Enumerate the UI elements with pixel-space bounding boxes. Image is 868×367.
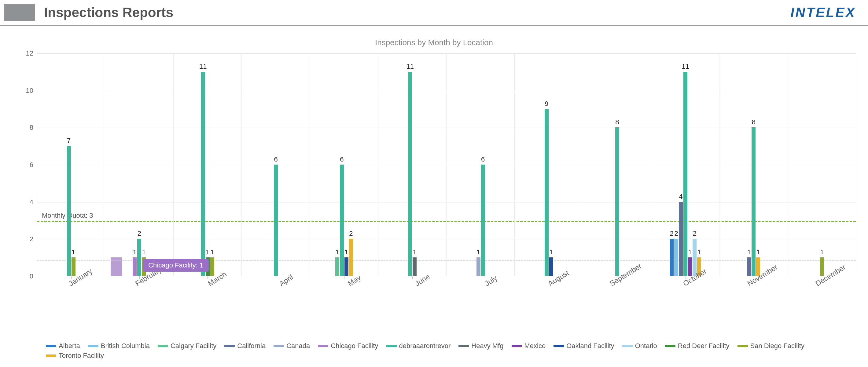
month-group: 181 (719, 54, 787, 276)
bar-value-label: 1 (747, 248, 751, 257)
bar-british-columbia[interactable]: 2 (674, 239, 678, 276)
bar-debraaarontrevor[interactable]: 8 (615, 127, 619, 276)
legend-label: Chicago Facility (331, 342, 378, 350)
bar-value-label: 8 (752, 118, 755, 127)
legend-label: Alberta (59, 342, 80, 350)
legend-item[interactable]: California (224, 342, 266, 350)
legend-swatch (459, 345, 469, 347)
legend-item[interactable]: Chicago Facility (318, 342, 378, 350)
bar-value-label: 1 (413, 248, 416, 257)
bar-value-label: 1 (756, 248, 760, 257)
y-axis-tick: 2 (30, 235, 37, 243)
bar-debraaarontrevor[interactable]: 6 (340, 165, 344, 276)
bar-california[interactable]: 4 (679, 202, 683, 276)
legend-label: Canada (286, 342, 310, 350)
legend-item[interactable]: Calgary Facility (158, 342, 216, 350)
bar-debraaarontrevor[interactable]: 9 (545, 109, 549, 276)
legend-swatch (512, 345, 522, 347)
legend-label: Oakland Facility (566, 342, 614, 350)
chart-tooltip: Chicago Facility: 1 (143, 259, 209, 272)
y-axis-tick: 0 (30, 272, 37, 280)
legend-label: debraaarontrevor (399, 342, 451, 350)
legend-swatch (224, 345, 235, 347)
month-group: 8 (583, 54, 651, 276)
bar-value-label: 2 (349, 230, 353, 239)
month-group: 91 (515, 54, 583, 276)
bar-calgary-facility[interactable]: 1 (335, 257, 339, 276)
legend-item[interactable]: Heavy Mfg (459, 342, 503, 350)
y-axis-tick: 6 (30, 161, 37, 169)
bar-value-label: 4 (679, 193, 683, 202)
bar-debraaarontrevor[interactable]: 7 (67, 146, 71, 276)
bar-value-label: 1 (335, 248, 339, 257)
legend-swatch (158, 345, 168, 347)
legend-item[interactable]: San Diego Facility (738, 342, 804, 350)
chart-legend: AlbertaBritish ColumbiaCalgary FacilityC… (46, 342, 850, 360)
legend-item[interactable]: debraaarontrevor (386, 342, 451, 350)
month-group: 22411121 (651, 54, 719, 276)
bar-canada[interactable]: 1 (476, 257, 480, 276)
bar-value-label: 6 (481, 156, 485, 165)
bar-debraaarontrevor[interactable]: 6 (481, 165, 485, 276)
legend-swatch (46, 355, 56, 357)
bar-value-label: 11 (682, 63, 689, 72)
legend-swatch (88, 345, 98, 347)
month-group: 6 (242, 54, 310, 276)
bar-debraaarontrevor[interactable]: 11 (408, 72, 412, 276)
legend-item[interactable]: Alberta (46, 342, 80, 350)
bar-debraaarontrevor[interactable]: 11 (683, 72, 687, 276)
bar-value-label: 1 (820, 248, 824, 257)
legend-label: British Columbia (101, 342, 150, 350)
legend-item[interactable]: Toronto Facility (46, 352, 104, 360)
legend-label: Heavy Mfg (471, 342, 503, 350)
bar-alberta[interactable]: 2 (670, 239, 674, 276)
bar-value-label: 2 (670, 230, 674, 239)
brand-logo: INTELEX (790, 5, 856, 20)
bar-value-label: 6 (274, 156, 278, 165)
legend-item[interactable]: Oakland Facility (554, 342, 614, 350)
bar-value-label: 1 (71, 248, 75, 257)
legend-swatch (386, 345, 397, 347)
header-accent-block (4, 4, 35, 21)
y-axis-tick: 4 (30, 198, 37, 206)
month-group: 1612 (310, 54, 378, 276)
chart-plot[interactable]: 024681012Monthly Quota: 371January121Feb… (37, 54, 856, 276)
bar-value-label: 8 (615, 118, 619, 127)
month-group: 71 (37, 54, 105, 276)
legend-swatch (738, 345, 748, 347)
bar-debraaarontrevor[interactable]: 11 (201, 72, 205, 276)
legend-swatch (46, 345, 56, 347)
bar-value-label: 11 (199, 63, 207, 72)
legend-swatch (665, 345, 676, 347)
month-group: 1111 (174, 54, 242, 276)
month-group: 111 (378, 54, 446, 276)
legend-item[interactable]: Mexico (512, 342, 546, 350)
legend-swatch (274, 345, 284, 347)
legend-item[interactable]: Canada (274, 342, 310, 350)
legend-swatch (554, 345, 564, 347)
bar-value-label: 1 (210, 248, 214, 257)
page-title: Inspections Reports (44, 5, 790, 20)
bar-value-label: 1 (142, 248, 146, 257)
chart-title: Inspections by Month by Location (0, 38, 868, 47)
bar-debraaarontrevor[interactable]: 8 (751, 127, 755, 276)
legend-item[interactable]: Ontario (622, 342, 657, 350)
bar-value-label: 2 (693, 230, 696, 239)
month-group: 121 (105, 54, 173, 276)
bar-debraaarontrevor[interactable]: 6 (274, 165, 278, 276)
report-header: Inspections Reports INTELEX (0, 0, 868, 26)
bar-value-label: 1 (688, 248, 692, 257)
legend-item[interactable]: Red Deer Facility (665, 342, 730, 350)
legend-swatch (318, 345, 328, 347)
bar-value-label: 2 (137, 230, 141, 239)
legend-label: San Diego Facility (750, 342, 804, 350)
month-group: 1 (788, 54, 856, 276)
legend-label: California (237, 342, 266, 350)
legend-item[interactable]: British Columbia (88, 342, 150, 350)
y-axis-tick: 8 (30, 124, 37, 132)
y-axis-tick: 10 (26, 87, 37, 95)
legend-label: Calgary Facility (170, 342, 216, 350)
chart-area: 024681012Monthly Quota: 371January121Feb… (25, 54, 856, 292)
bar-value-label: 11 (406, 63, 414, 72)
bar-value-label: 7 (67, 137, 71, 146)
